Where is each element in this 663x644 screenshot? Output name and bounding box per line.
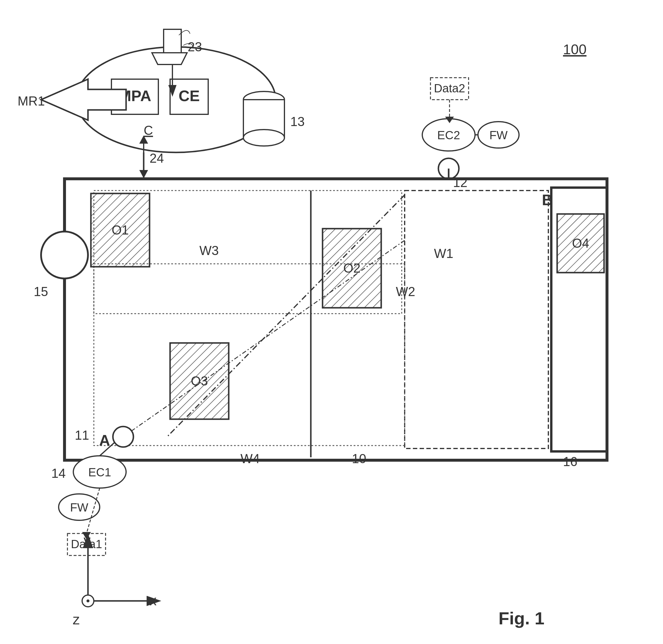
fw2-label: FW (489, 129, 508, 142)
o3-label: O3 (191, 374, 208, 388)
o2-label: O2 (344, 261, 361, 275)
x-label: x (150, 593, 157, 608)
w1-label: W1 (434, 246, 454, 260)
ec1-label: EC1 (88, 466, 111, 479)
diagram: 100 MPA CE C 13 23 (0, 0, 663, 644)
b-boundary (405, 190, 548, 448)
ce-label: CE (179, 87, 200, 105)
label-11: 11 (75, 428, 89, 442)
w2-path (123, 240, 405, 437)
label-14: 14 (51, 466, 66, 480)
nozzle-top (163, 29, 181, 53)
label-16: 16 (563, 454, 577, 469)
w4-label: W4 (240, 452, 260, 466)
label-23: 23 (188, 40, 202, 54)
label-10: 10 (352, 452, 366, 466)
o1-label: O1 (112, 223, 129, 237)
label-24: 24 (150, 151, 164, 165)
w2-label: W2 (396, 284, 415, 299)
connector-a (113, 427, 133, 447)
y-label: y (84, 533, 91, 548)
fw1-label: FW (70, 501, 88, 514)
o4-label: O4 (572, 236, 590, 250)
left-circle (41, 232, 88, 278)
nozzle-bottom (152, 53, 187, 65)
ec2-label: EC2 (437, 129, 460, 142)
w3-label: W3 (199, 243, 219, 258)
svg-point-9 (243, 130, 284, 146)
a-label: A (99, 432, 110, 449)
label-12: 12 (453, 175, 467, 190)
ref-100: 100 (563, 42, 587, 57)
b-label: B (542, 191, 553, 208)
fig1-label: Fig. 1 (499, 608, 545, 628)
data2-label: Data2 (434, 82, 465, 95)
z-label: z (73, 612, 80, 627)
label-15: 15 (34, 284, 48, 299)
label-13: 13 (290, 114, 305, 129)
mr1-label: MR1 (18, 94, 45, 108)
z-dot (87, 599, 89, 602)
c-label: C (144, 123, 153, 137)
